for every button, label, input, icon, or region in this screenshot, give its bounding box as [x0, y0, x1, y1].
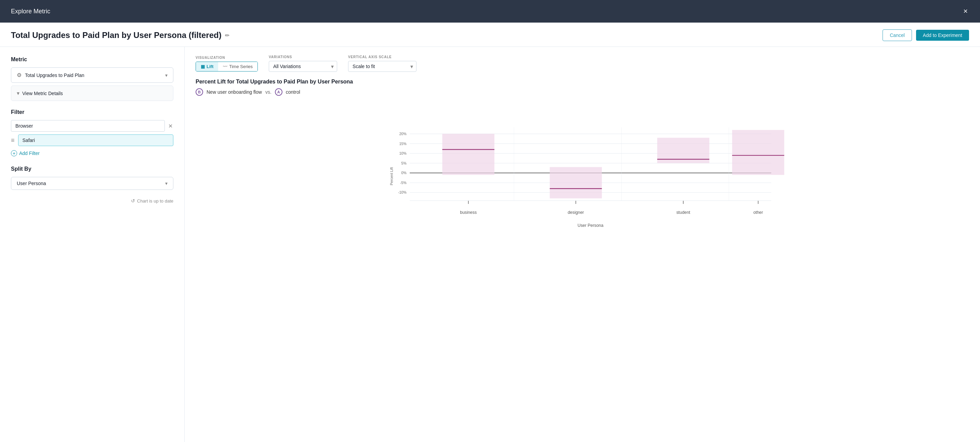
legend-a-badge: A [275, 88, 282, 96]
filter-row-value: ≡ [11, 134, 173, 146]
vertical-axis-select[interactable]: Scale to fit Fixed scale [348, 61, 417, 72]
legend-vs-text: vs. [265, 89, 272, 95]
modal-container: Explore Metric × Total Upgrades to Paid … [0, 0, 980, 442]
y-label-15: 15% [399, 142, 407, 146]
right-panel: VISUALIZATION ▦ Lift 〰 Time Series VARIA… [185, 47, 980, 442]
filter-value-wrapper [18, 134, 173, 146]
metric-gear-icon: ⚙ [17, 72, 22, 78]
close-button[interactable]: × [962, 6, 969, 16]
filter-field-wrapper [11, 120, 165, 132]
legend-b-text: New user onboarding flow [207, 89, 262, 95]
chart-area: Percent Lift 20% 15% 10% [196, 101, 969, 434]
y-label-5: 5% [401, 161, 407, 165]
chart-status: ↺ Chart is up to date [11, 198, 173, 204]
time-series-icon: 〰 [223, 64, 228, 69]
chart-status-text: Chart is up to date [137, 198, 173, 204]
x-label-designer: designer [568, 210, 584, 215]
metric-selector-inner: ⚙ Total Upgrades to Paid Plan [17, 72, 84, 78]
y-label-10: 10% [399, 152, 407, 155]
add-filter-button[interactable]: + Add Filter [11, 149, 40, 158]
time-series-label: Time Series [229, 64, 253, 69]
add-filter-plus-icon: + [11, 150, 17, 156]
x-label-business: business [460, 210, 477, 215]
title-row: Total Upgrades to Paid Plan by User Pers… [11, 30, 229, 40]
view-details-label: View Metric Details [22, 91, 63, 96]
y-label-20: 20% [399, 132, 407, 136]
edit-icon[interactable]: ✏ [225, 32, 229, 39]
metric-chevron-icon: ▾ [165, 73, 167, 78]
lift-label: Lift [207, 64, 213, 69]
filter-row-field: ✕ [11, 120, 173, 132]
chart-title: Percent Lift for Total Upgrades to Paid … [196, 79, 969, 85]
left-panel: Metric ⚙ Total Upgrades to Paid Plan ▾ ▾… [0, 47, 185, 442]
split-selector[interactable]: User Persona ▾ [11, 177, 173, 190]
legend-b-badge: B [196, 88, 203, 96]
vertical-axis-control-group: VERTICAL AXIS SCALE Scale to fit Fixed s… [348, 55, 417, 72]
view-details-chevron-icon: ▾ [17, 90, 19, 96]
bar-business [442, 134, 494, 175]
variations-select[interactable]: All Variations Variation B Variation A [269, 61, 337, 72]
variations-control-group: VARIATIONS All Variations Variation B Va… [269, 55, 337, 72]
modal-subheader: Total Upgrades to Paid Plan by User Pers… [0, 22, 980, 47]
x-label-other: other [753, 210, 763, 215]
y-label-neg5: -5% [400, 181, 407, 185]
x-label-student: student [676, 210, 690, 215]
split-value-label: User Persona [17, 180, 46, 186]
legend-a-text: control [286, 89, 300, 95]
modal-body: Metric ⚙ Total Upgrades to Paid Plan ▾ ▾… [0, 47, 980, 442]
split-chevron-icon: ▾ [165, 180, 167, 186]
bar-designer [550, 167, 602, 198]
modal-header-title: Explore Metric [11, 8, 50, 15]
chart-legend: B New user onboarding flow vs. A control [196, 88, 969, 96]
subheader-actions: Cancel Add to Experiment [883, 29, 969, 41]
variations-label: VARIATIONS [269, 55, 337, 59]
lift-button[interactable]: ▦ Lift [196, 62, 218, 71]
y-label-neg10: -10% [398, 191, 406, 194]
split-section: Split By User Persona ▾ [11, 166, 173, 190]
visualization-label: VISUALIZATION [196, 56, 258, 59]
viz-controls: VISUALIZATION ▦ Lift 〰 Time Series VARIA… [196, 55, 969, 72]
view-metric-details[interactable]: ▾ View Metric Details [11, 86, 173, 101]
add-filter-label: Add Filter [19, 150, 40, 156]
x-axis-label: User Persona [578, 223, 603, 228]
metric-name-label: Total Upgrades to Paid Plan [25, 73, 84, 78]
time-series-button[interactable]: 〰 Time Series [218, 62, 258, 71]
visualization-control-group: VISUALIZATION ▦ Lift 〰 Time Series [196, 56, 258, 72]
filter-field-input[interactable] [11, 120, 165, 132]
lift-chart-icon: ▦ [201, 64, 205, 69]
metric-selector[interactable]: ⚙ Total Upgrades to Paid Plan ▾ [11, 67, 173, 83]
modal-header: Explore Metric × [0, 0, 980, 22]
split-section-title: Split By [11, 166, 173, 172]
page-title: Total Upgrades to Paid Plan by User Pers… [11, 30, 221, 40]
y-label-0: 0% [401, 171, 407, 175]
filter-remove-button[interactable]: ✕ [167, 122, 173, 130]
refresh-icon: ↺ [131, 198, 135, 204]
y-axis-label: Percent Lift [390, 167, 394, 185]
vertical-axis-label: VERTICAL AXIS SCALE [348, 55, 417, 59]
metric-section-title: Metric [11, 56, 173, 62]
filter-section-title: Filter [11, 109, 173, 115]
bar-other [732, 130, 784, 175]
variations-select-wrapper: All Variations Variation B Variation A [269, 61, 337, 72]
vertical-axis-select-wrapper: Scale to fit Fixed scale [348, 61, 417, 72]
filter-value-input[interactable] [18, 134, 173, 146]
add-to-experiment-button[interactable]: Add to Experiment [916, 30, 969, 41]
bar-chart-svg: Percent Lift 20% 15% 10% [196, 101, 969, 238]
cancel-button[interactable]: Cancel [883, 29, 912, 41]
filter-section: Filter ✕ ≡ + Add Filter [11, 109, 173, 158]
viz-toggle: ▦ Lift 〰 Time Series [196, 62, 258, 72]
filter-equals-icon: ≡ [11, 137, 15, 144]
